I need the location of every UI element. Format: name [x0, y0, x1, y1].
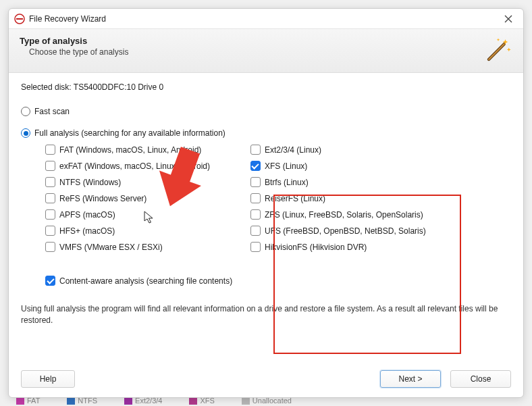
radio-icon: [21, 128, 30, 138]
fs-checkbox-ext[interactable]: Ext2/3/4 (Linux): [250, 145, 426, 155]
window-title: File Recovery Wizard: [29, 14, 499, 24]
checkbox-icon: [250, 226, 261, 236]
checkbox-icon: [250, 193, 261, 203]
checkbox-icon: [250, 177, 261, 187]
fast-scan-radio[interactable]: Fast scan: [21, 107, 511, 116]
app-icon: [14, 14, 25, 24]
checkbox-icon: [45, 209, 55, 220]
magic-wand-icon: [484, 36, 512, 64]
fs-checkbox-exfat[interactable]: exFAT (Windows, macOS, Linux, Android): [45, 161, 210, 171]
checkbox-icon: [45, 161, 55, 171]
fs-checkbox-ntfs[interactable]: NTFS (Windows): [45, 177, 210, 187]
checkbox-icon: [45, 276, 55, 286]
content-aware-checkbox[interactable]: Content-aware analysis (searching file c…: [45, 276, 511, 286]
checkbox-icon: [45, 193, 55, 203]
fs-checkbox-refs[interactable]: ReFS (Windows Server): [45, 193, 210, 203]
fs-checkbox-hfsplus[interactable]: HFS+ (macOS): [45, 226, 210, 236]
checkbox-icon: [250, 161, 261, 171]
fs-checkbox-apfs[interactable]: APFS (macOS): [45, 209, 210, 220]
wizard-button-bar: Help Next > Close: [9, 363, 523, 397]
fs-checkbox-fat[interactable]: FAT (Windows, macOS, Linux, Android): [45, 145, 210, 155]
fs-checkbox-hikvisionfs[interactable]: HikvisionFS (Hikvision DVR): [250, 242, 426, 252]
fs-checkbox-zfs[interactable]: ZFS (Linux, FreeBSD, Solaris, OpenSolari…: [250, 209, 426, 220]
full-analysis-label: Full analysis (searching for any availab…: [34, 128, 225, 138]
wizard-content: Selected disk: TS5400DDFC:10 Drive 0 Fas…: [9, 73, 523, 363]
wizard-title: Type of analysis: [20, 36, 484, 46]
analysis-description: Using full analysis the program will fin…: [21, 303, 511, 327]
checkbox-icon: [250, 145, 261, 155]
fs-checkbox-btrfs[interactable]: Btrfs (Linux): [250, 177, 426, 187]
wizard-header: Type of analysis Choose the type of anal…: [9, 29, 523, 73]
checkbox-icon: [250, 209, 261, 220]
checkbox-icon: [45, 145, 55, 155]
close-icon[interactable]: [499, 11, 518, 26]
file-recovery-wizard-dialog: File Recovery Wizard Type of analysis Ch…: [8, 8, 524, 398]
checkbox-icon: [45, 226, 55, 236]
content-aware-label: Content-aware analysis (searching file c…: [59, 276, 232, 286]
filesystem-column-left: FAT (Windows, macOS, Linux, Android) exF…: [45, 145, 210, 258]
fs-checkbox-vmfs[interactable]: VMFS (VMware ESX / ESXi): [45, 242, 210, 252]
full-analysis-radio[interactable]: Full analysis (searching for any availab…: [21, 128, 511, 138]
fs-checkbox-xfs[interactable]: XFS (Linux): [250, 161, 426, 171]
fs-checkbox-reiserfs[interactable]: ReiserFS (Linux): [250, 193, 426, 203]
fast-scan-label: Fast scan: [34, 107, 70, 116]
checkbox-icon: [45, 177, 55, 187]
next-button[interactable]: Next >: [380, 370, 441, 388]
wizard-subtitle: Choose the type of analysis: [29, 47, 484, 57]
svg-rect-1: [16, 18, 23, 20]
filesystem-options: FAT (Windows, macOS, Linux, Android) exF…: [45, 145, 511, 258]
titlebar: File Recovery Wizard: [9, 9, 523, 29]
close-button[interactable]: Close: [450, 370, 511, 388]
help-button[interactable]: Help: [21, 370, 75, 388]
selected-disk-label: Selected disk: TS5400DDFC:10 Drive 0: [21, 82, 511, 92]
checkbox-icon: [250, 242, 261, 252]
fs-checkbox-ufs[interactable]: UFS (FreeBSD, OpenBSD, NetBSD, Solaris): [250, 226, 426, 236]
radio-icon: [21, 107, 30, 116]
checkbox-icon: [45, 242, 55, 252]
filesystem-column-right: Ext2/3/4 (Linux) XFS (Linux) Btrfs (Linu…: [250, 145, 426, 258]
